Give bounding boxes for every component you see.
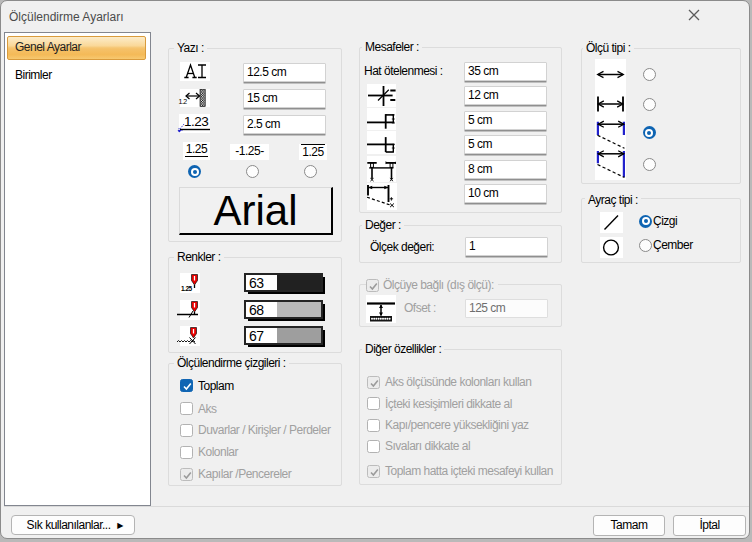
- svg-text:1.23: 1.23: [184, 114, 208, 129]
- svg-text:1.25: 1.25: [181, 285, 193, 292]
- svg-text:1.2: 1.2: [179, 98, 188, 105]
